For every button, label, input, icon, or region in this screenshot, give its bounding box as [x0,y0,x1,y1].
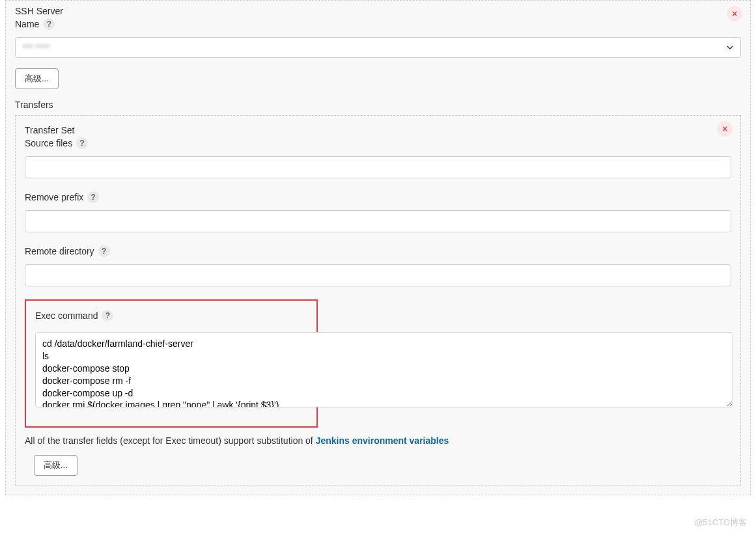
transfer-set-label-row: Transfer Set [25,125,731,135]
remove-prefix-input[interactable] [25,210,731,232]
transfer-note: All of the transfer fields (except for E… [25,435,731,446]
transfer-note-text: All of the transfer fields (except for E… [25,435,316,446]
remove-prefix-label: Remove prefix [25,192,83,202]
ssh-server-title: SSH Server [15,6,741,16]
ssh-server-section: × SSH Server Name ? *** **** 高级... Trans… [5,0,751,495]
remote-directory-label-row: Remote directory ? [25,245,731,257]
transfer-advanced-button[interactable]: 高级... [34,455,77,476]
ssh-server-name-label-row: Name ? [15,18,741,30]
ssh-server-name-select[interactable]: *** **** [15,37,741,58]
jenkins-env-vars-link[interactable]: Jenkins environment variables [316,435,449,446]
source-files-label-row: Source files ? [25,137,731,149]
source-files-label: Source files [25,138,72,148]
close-ssh-server-button[interactable]: × [727,6,742,21]
transfer-set-label: Transfer Set [25,125,75,135]
help-icon[interactable]: ? [76,137,88,149]
close-transfer-set-button[interactable]: × [717,121,733,137]
ssh-server-title-text: SSH Server [15,6,63,16]
remove-prefix-label-row: Remove prefix ? [25,191,731,203]
help-icon[interactable]: ? [43,18,55,30]
help-icon[interactable]: ? [102,310,113,322]
ssh-advanced-button[interactable]: 高级... [15,68,59,89]
remote-directory-label: Remote directory [25,246,94,256]
exec-command-block: Exec command ? [25,299,318,428]
transfers-title: Transfers [15,100,741,110]
exec-command-textarea[interactable] [35,332,733,407]
source-files-input[interactable] [25,156,731,178]
ssh-server-name-label: Name [15,19,39,29]
help-icon[interactable]: ? [87,191,99,203]
exec-command-label-row: Exec command ? [35,310,307,322]
remote-directory-input[interactable] [25,264,731,286]
exec-command-label: Exec command [35,310,98,321]
help-icon[interactable]: ? [98,245,110,257]
transfers-section: × Transfer Set Source files ? Remove pre… [15,115,741,486]
